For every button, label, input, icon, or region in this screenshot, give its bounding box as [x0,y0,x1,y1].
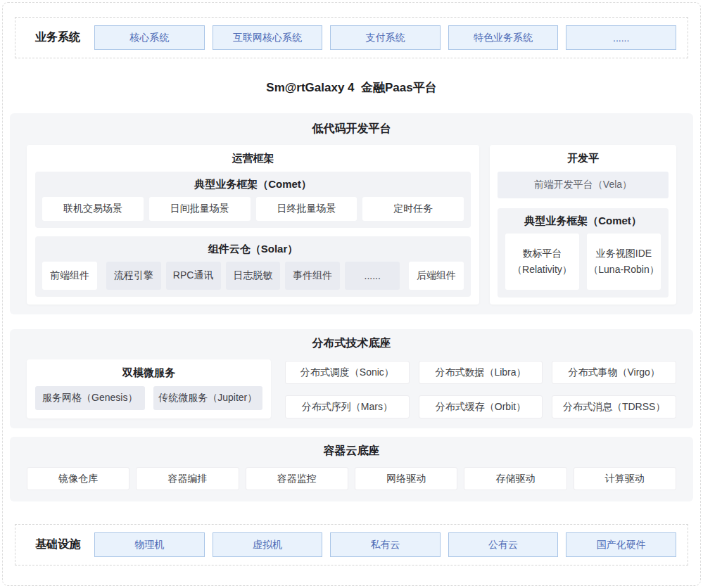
component-log-masking: 日志脱敏 [226,262,281,290]
dev-platform-card: 开发平 前端开发平台（Vela） 典型业务框架（Comet） 数标平台 （Rel… [490,145,676,305]
traditional-microservice-jupiter: 传统微服务（Jupiter） [153,386,263,410]
component-more: ...... [345,262,400,290]
platform-title: Sm@rtGalaxy 4 金融Paas平台 [0,79,703,96]
business-system-special: 特色业务系统 [448,25,559,50]
service-mesh-genesis: 服务网格（Genesis） [35,386,145,410]
scenario-online-transaction: 联机交易场景 [42,197,144,221]
solar-title: 组件云仓（Solar） [42,236,464,262]
scenario-daytime-batch: 日间批量场景 [149,197,251,221]
business-system-payment: 支付系统 [330,25,441,50]
luna-robin-name: 业务视图IDE [596,245,652,262]
infra-virtual-machine: 虚拟机 [213,532,323,557]
distributed-data-libra: 分布式数据（Libra） [419,361,543,384]
dev-comet-items-row: 数标平台 （Relativity） 业务视图IDE （Luna-Robin） [505,234,661,290]
business-system-internet-core: 互联网核心系统 [213,25,323,50]
component-event: 事件组件 [285,262,340,290]
dual-mode-microservice-card: 双模微服务 服务网格（Genesis） 传统微服务（Jupiter） [27,359,271,418]
component-process-engine: 流程引擎 [106,262,161,290]
comet-scenarios-row: 联机交易场景 日间批量场景 日终批量场景 定时任务 [42,197,464,221]
scenario-scheduled-task: 定时任务 [362,197,464,221]
container-section-title: 容器云底座 [27,444,676,459]
infra-private-cloud: 私有云 [330,532,441,557]
lowcode-section-title: 低代码开发平台 [27,122,676,136]
image-registry: 镜像仓库 [27,467,129,490]
component-frontend: 前端组件 [42,262,97,290]
distributed-message-tdrss: 分布式消息（TDRSS） [552,395,676,418]
infrastructure-label: 基础设施 [21,537,94,552]
lowcode-platform-section: 低代码开发平台 运营框架 典型业务框架（Comet） 联机交易场景 日间批量场景… [10,113,693,314]
container-cloud-base-section: 容器云底座 镜像仓库 容器编排 容器监控 网络驱动 存储驱动 计算驱动 [10,437,693,501]
distributed-sequence-mars: 分布式序列（Mars） [285,395,410,418]
infra-physical-machine: 物理机 [94,532,205,557]
relativity-name: 数标平台 [522,245,562,262]
dev-platform-title: 开发平 [498,145,669,172]
business-systems-label: 业务系统 [21,30,94,45]
solar-component-warehouse-box: 组件云仓（Solar） 前端组件 流程引擎 RPC通讯 日志脱敏 事件组件 ..… [35,236,471,297]
operation-framework-title: 运营框架 [35,145,471,172]
relativity-data-platform: 数标平台 （Relativity） [505,234,579,290]
container-items-row: 镜像仓库 容器编排 容器监控 网络驱动 存储驱动 计算驱动 [27,467,676,490]
infrastructure-band: 基础设施 物理机 虚拟机 私有云 公有云 国产化硬件 [15,524,688,565]
luna-robin-code: （Luna-Robin） [588,262,659,278]
distributed-body: 双模微服务 服务网格（Genesis） 传统微服务（Jupiter） 分布式调度… [27,359,676,418]
infra-public-cloud: 公有云 [448,532,559,557]
infra-domestic-hardware: 国产化硬件 [566,532,676,557]
business-system-more: ...... [566,25,676,50]
component-backend: 后端组件 [409,262,464,290]
distributed-section-title: 分布式技术底座 [27,336,676,351]
lowcode-body: 运营框架 典型业务框架（Comet） 联机交易场景 日间批量场景 日终批量场景 … [27,145,676,305]
business-systems-band: 业务系统 核心系统 互联网核心系统 支付系统 特色业务系统 ...... [15,17,688,58]
luna-robin-business-view-ide: 业务视图IDE （Luna-Robin） [587,234,661,290]
network-driver: 网络驱动 [355,467,457,490]
container-orchestration: 容器编排 [136,467,239,490]
distributed-transaction-virgo: 分布式事物（Virgo） [552,361,676,384]
vela-frontend-dev-platform: 前端开发平台（Vela） [498,172,669,198]
dual-mode-items-row: 服务网格（Genesis） 传统微服务（Jupiter） [35,386,262,410]
scenario-eod-batch: 日终批量场景 [256,197,357,221]
operation-framework-card: 运营框架 典型业务框架（Comet） 联机交易场景 日间批量场景 日终批量场景 … [27,145,479,305]
dev-comet-title: 典型业务框架（Comet） [505,208,661,234]
solar-components-row: 前端组件 流程引擎 RPC通讯 日志脱敏 事件组件 ...... 后端组件 [42,262,464,290]
distributed-services-grid: 分布式调度（Sonic） 分布式数据（Libra） 分布式事物（Virgo） 分… [285,359,676,418]
dual-mode-title: 双模微服务 [35,359,262,386]
business-system-core: 核心系统 [94,25,205,50]
container-monitoring: 容器监控 [246,467,348,490]
infrastructure-items: 物理机 虚拟机 私有云 公有云 国产化硬件 [94,532,676,557]
compute-driver: 计算驱动 [574,467,676,490]
distributed-cache-orbit: 分布式缓存（Orbit） [419,395,543,418]
platform-architecture-diagram: 业务系统 核心系统 互联网核心系统 支付系统 特色业务系统 ...... Sm@… [0,0,703,588]
business-systems-items: 核心系统 互联网核心系统 支付系统 特色业务系统 ...... [94,25,676,50]
comet-business-framework-title: 典型业务框架（Comet） [42,172,464,197]
component-rpc: RPC通讯 [166,262,221,290]
relativity-code: （Relativity） [512,262,572,278]
comet-business-framework-box: 典型业务框架（Comet） 联机交易场景 日间批量场景 日终批量场景 定时任务 [35,172,471,228]
distributed-tech-base-section: 分布式技术底座 双模微服务 服务网格（Genesis） 传统微服务（Jupite… [10,329,693,428]
storage-driver: 存储驱动 [464,467,566,490]
dev-comet-framework-box: 典型业务框架（Comet） 数标平台 （Relativity） 业务视图IDE … [498,208,669,298]
distributed-scheduling-sonic: 分布式调度（Sonic） [285,361,410,384]
